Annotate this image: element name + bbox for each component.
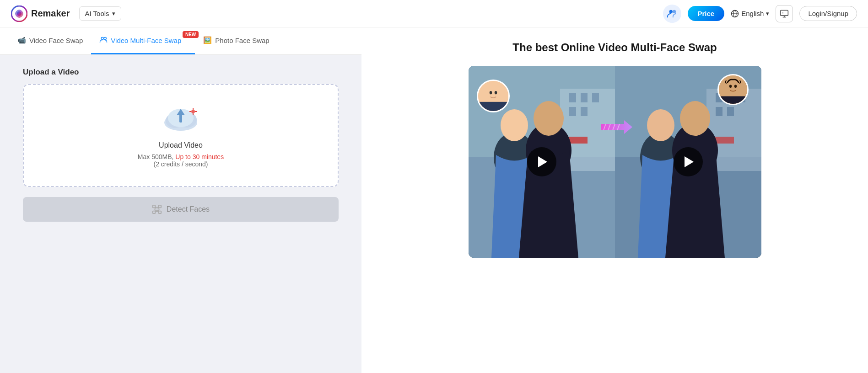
- tab-video-multi-face-swap[interactable]: Video Multi-Face Swap NEW: [91, 27, 195, 54]
- upload-label: Upload Video: [159, 141, 203, 149]
- svg-rect-7: [781, 10, 788, 16]
- svg-point-46: [489, 91, 492, 94]
- upload-credits: (2 credits / second): [153, 160, 208, 168]
- tab-video-face-swap[interactable]: 📹 Video Face Swap: [9, 27, 91, 54]
- left-panel: 📹 Video Face Swap Video Multi-Face Swap …: [0, 27, 361, 373]
- svg-rect-17: [179, 114, 182, 123]
- login-signup-button[interactable]: Login/Signup: [799, 6, 857, 21]
- svg-rect-60: [716, 107, 722, 116]
- svg-point-30: [157, 208, 158, 209]
- svg-point-11: [101, 37, 103, 39]
- svg-rect-35: [581, 93, 588, 102]
- upload-section: Upload a Video: [0, 55, 361, 373]
- svg-point-64: [647, 109, 674, 141]
- svg-point-2: [669, 10, 672, 13]
- logo-text: Remaker: [31, 8, 70, 19]
- svg-point-47: [494, 91, 497, 94]
- svg-point-1: [17, 11, 22, 16]
- svg-point-68: [727, 80, 739, 94]
- svg-point-66: [680, 101, 710, 136]
- right-panel: The best Online Video Multi-Face Swap: [361, 27, 868, 373]
- play-triangle-icon: [685, 156, 694, 167]
- tab-bar: 📹 Video Face Swap Video Multi-Face Swap …: [0, 27, 361, 55]
- header: Remaker AI Tools ▾ Price English ▾: [0, 0, 868, 27]
- svg-rect-36: [592, 93, 599, 102]
- language-button[interactable]: English ▾: [731, 10, 769, 18]
- tab-label-video-face-swap: Video Face Swap: [29, 37, 83, 44]
- demo-image-container: [469, 66, 761, 258]
- svg-rect-61: [727, 107, 734, 116]
- svg-point-69: [729, 85, 731, 88]
- multi-face-icon: [99, 36, 108, 45]
- ai-tools-label: AI Tools: [85, 10, 109, 17]
- svg-rect-25: [159, 205, 162, 208]
- demo-before: [469, 66, 615, 258]
- svg-rect-38: [581, 107, 588, 116]
- tab-label-photo-face-swap: Photo Face Swap: [215, 37, 269, 44]
- cloud-upload-icon: [160, 103, 201, 135]
- svg-point-29: [156, 208, 156, 209]
- header-right: Price English ▾ ! Login/Signup: [663, 5, 857, 23]
- globe-icon: [731, 10, 739, 18]
- svg-point-70: [734, 85, 736, 88]
- svg-rect-27: [159, 211, 162, 214]
- main-layout: 📹 Video Face Swap Video Multi-Face Swap …: [0, 27, 868, 373]
- upload-max-duration: Up to 30 minutes: [175, 153, 224, 160]
- photo-icon: 🖼️: [203, 36, 212, 44]
- ai-tools-button[interactable]: AI Tools ▾: [79, 6, 121, 21]
- users-icon-button[interactable]: [663, 5, 681, 23]
- svg-rect-24: [153, 205, 156, 208]
- upload-max-size: Max 500MB,: [138, 153, 174, 160]
- upload-dropzone[interactable]: Upload Video Max 500MB, Up to 30 minutes…: [23, 84, 339, 187]
- swap-arrow-icon: [597, 116, 633, 139]
- svg-point-12: [104, 37, 106, 39]
- chevron-down-icon: ▾: [112, 10, 115, 17]
- detect-faces-icon: [152, 204, 162, 214]
- right-panel-title: The best Online Video Multi-Face Swap: [512, 41, 717, 54]
- users-icon: [667, 9, 677, 19]
- demo-after: [615, 66, 761, 258]
- svg-point-41: [501, 109, 528, 141]
- swap-arrow-container: [597, 116, 633, 139]
- svg-text:!: !: [782, 11, 784, 15]
- upload-sub-text: Max 500MB, Up to 30 minutes: [138, 153, 224, 160]
- play-triangle-icon: [538, 156, 547, 167]
- svg-marker-49: [601, 120, 632, 134]
- remaker-logo-icon: [11, 5, 27, 22]
- detect-faces-button[interactable]: Detect Faces: [23, 197, 339, 222]
- face-circle-man: [717, 74, 749, 105]
- upload-title: Upload a Video: [23, 68, 339, 77]
- svg-rect-34: [569, 93, 576, 102]
- chevron-down-icon: ▾: [766, 10, 769, 17]
- svg-point-19: [191, 110, 195, 113]
- face-circle-woman: [477, 80, 510, 112]
- play-button-right[interactable]: [674, 147, 703, 176]
- svg-point-43: [534, 101, 564, 136]
- feedback-button[interactable]: !: [776, 5, 793, 22]
- svg-point-45: [486, 86, 500, 101]
- tab-photo-face-swap[interactable]: 🖼️ Photo Face Swap: [195, 27, 277, 54]
- svg-rect-37: [569, 107, 576, 116]
- logo-area: Remaker: [11, 5, 70, 22]
- video-camera-icon: 📹: [17, 36, 26, 44]
- detect-faces-label: Detect Faces: [167, 205, 210, 213]
- feedback-icon: !: [780, 9, 789, 18]
- tab-label-video-multi-face-swap: Video Multi-Face Swap: [111, 37, 181, 44]
- demo-image: [469, 66, 761, 258]
- price-button[interactable]: Price: [688, 6, 725, 21]
- language-label: English: [741, 10, 764, 17]
- svg-point-3: [672, 10, 675, 13]
- svg-rect-26: [153, 211, 156, 214]
- play-button-left[interactable]: [527, 147, 556, 176]
